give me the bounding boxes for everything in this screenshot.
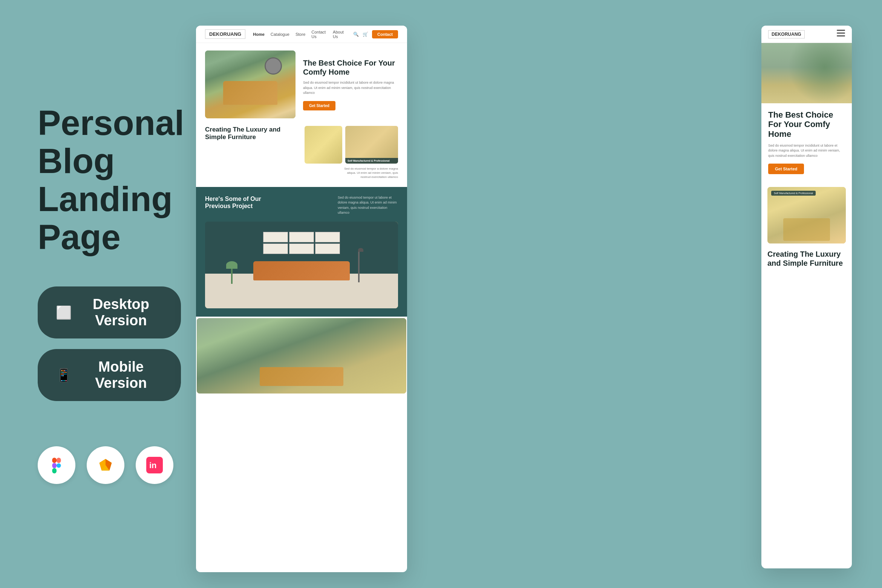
- desktop-hero: The Best Choice For Your Comfy Home Sed …: [196, 43, 407, 126]
- mobile-hero-content: The Best Choice For Your Comfy Home Sed …: [761, 103, 852, 181]
- mobile-cta-button[interactable]: Get Started: [768, 164, 804, 174]
- mobile-hero-image: [761, 43, 852, 103]
- luxury-title: Creating The Luxury and Simple Furniture: [205, 126, 299, 141]
- nav-link-home[interactable]: Home: [253, 32, 265, 37]
- invision-icon: in: [136, 446, 173, 484]
- nav-link-catalogue[interactable]: Catalogue: [271, 32, 289, 37]
- self-manufactured-badge: Self Manufactured & Professional: [345, 158, 398, 164]
- small-product-card: [305, 126, 342, 164]
- cart-icon[interactable]: 🛒: [363, 32, 368, 37]
- mobile-icon: 📱: [56, 368, 72, 383]
- luxury-text: Creating The Luxury and Simple Furniture: [205, 126, 299, 147]
- mobile-version-button[interactable]: 📱 Mobile Version: [38, 349, 181, 401]
- mobile-navbar: DEKORUANG: [761, 26, 852, 43]
- svg-rect-15: [837, 35, 845, 37]
- hamburger-icon[interactable]: [837, 30, 845, 38]
- mobile-hero-title: The Best Choice For Your Comfy Home: [768, 110, 845, 139]
- nav-link-about[interactable]: About Us: [333, 30, 346, 39]
- desktop-cta-button[interactable]: Get Started: [303, 101, 335, 110]
- page-main-title: Personal Blog Landing Page: [38, 104, 181, 257]
- projects-title: Here's Some of Our Previous Project: [205, 195, 273, 210]
- desktop-hero-text: The Best Choice For Your Comfy Home Sed …: [303, 58, 398, 110]
- projects-image: [205, 222, 398, 308]
- desktop-hero-description: Sed do eiusmod tempor incididunt ut labo…: [303, 80, 398, 96]
- desktop-projects-section: Here's Some of Our Previous Project Sed …: [196, 187, 407, 317]
- svg-rect-13: [837, 30, 845, 31]
- search-icon[interactable]: 🔍: [353, 32, 359, 37]
- desktop-preview: DEKORUANG Home Catalogue Store Contact U…: [196, 26, 407, 572]
- svg-rect-0: [52, 458, 57, 463]
- figma-icon: [38, 446, 75, 484]
- left-section: Personal Blog Landing Page ⬜ Desktop Ver…: [23, 0, 196, 588]
- luxury-cards-row: Creating The Luxury and Simple Furniture…: [196, 126, 407, 187]
- mobile-luxury-title: Creating The Luxury and Simple Furniture: [767, 250, 846, 268]
- desktop-logo: DEKORUANG: [205, 29, 245, 39]
- desktop-nav-links: Home Catalogue Store Contact Us About Us: [253, 30, 346, 39]
- projects-header: Here's Some of Our Previous Project Sed …: [205, 195, 398, 216]
- svg-rect-14: [837, 33, 845, 34]
- mobile-product-card: Self Manufactured & Professional: [767, 187, 846, 243]
- sketch-icon: [87, 446, 124, 484]
- large-product-card: Self Manufactured & Professional: [345, 126, 398, 164]
- version-buttons: ⬜ Desktop Version 📱 Mobile Version: [38, 286, 181, 401]
- svg-text:in: in: [149, 461, 157, 470]
- mobile-hero-description: Sed do eiusmod tempor incididunt ut labo…: [768, 143, 845, 159]
- nav-link-store[interactable]: Store: [296, 32, 305, 37]
- svg-rect-1: [57, 458, 61, 463]
- mobile-logo: DEKORUANG: [768, 30, 805, 38]
- bottom-section: [196, 317, 407, 394]
- mobile-card-badge: Self Manufactured & Professional: [771, 191, 816, 196]
- desktop-version-button[interactable]: ⬜ Desktop Version: [38, 286, 181, 338]
- tool-icons: in: [38, 446, 181, 484]
- desktop-hero-title: The Best Choice For Your Comfy Home: [303, 58, 398, 77]
- desktop-contact-button[interactable]: Contact: [372, 30, 398, 38]
- svg-point-4: [57, 464, 61, 468]
- mobile-preview: DEKORUANG The Best Choice For Your Comfy…: [761, 26, 852, 568]
- card-row: Self Manufactured & Professional: [305, 126, 398, 164]
- product-cards: Self Manufactured & Professional Sed do …: [305, 126, 398, 179]
- desktop-nav-actions: 🔍 🛒 Contact: [353, 30, 398, 38]
- desktop-navbar: DEKORUANG Home Catalogue Store Contact U…: [196, 26, 407, 43]
- nav-link-contact[interactable]: Contact Us: [311, 30, 327, 39]
- monitor-icon: ⬜: [56, 305, 72, 320]
- projects-description: Sed do eiusmod tempor ut labore et dolor…: [338, 195, 398, 216]
- card-description: Sed do eiusmod tempor a dolore magna ali…: [338, 167, 398, 179]
- svg-rect-3: [52, 468, 57, 473]
- desktop-hero-image: [205, 51, 296, 118]
- bottom-image: [197, 318, 406, 394]
- mobile-cards: Self Manufactured & Professional Creatin…: [761, 181, 852, 274]
- svg-rect-2: [52, 463, 57, 469]
